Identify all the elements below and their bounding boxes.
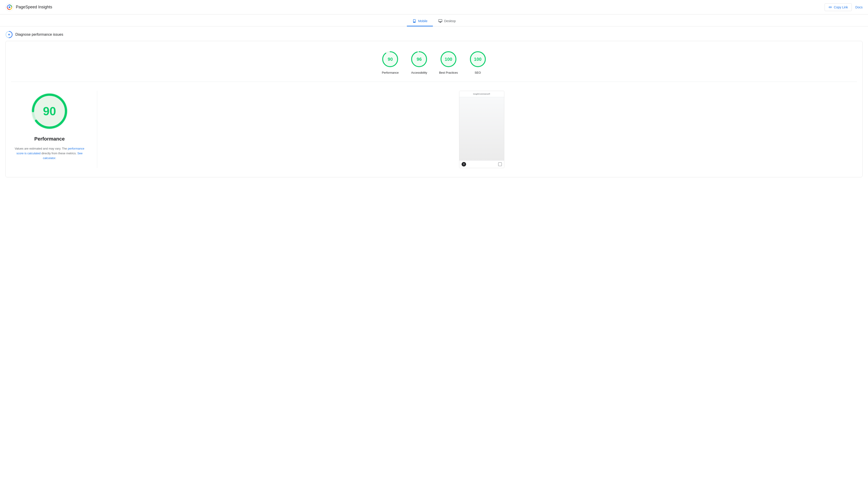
performance-detail: 90 Performance Values are estimated and … — [11, 87, 857, 172]
screenshot-brand: GraphCommerce® — [473, 93, 490, 95]
tab-desktop[interactable]: Desktop — [433, 16, 461, 26]
score-label-best-practices: Best Practices — [439, 71, 458, 74]
diagnose-section: Diagnose performance issues — [0, 26, 868, 41]
score-label-performance: Performance — [382, 71, 399, 74]
header: PageSpeed Insights Copy Link Docs — [0, 0, 868, 14]
header-right: Copy Link Docs — [825, 3, 863, 11]
score-number-best-practices: 100 — [445, 57, 452, 62]
main-card: 90 Performance 96 Accessibility — [5, 41, 863, 177]
scores-row: 90 Performance 96 Accessibility — [11, 46, 857, 80]
screenshot-container: GraphCommerce® ☰ — [106, 91, 857, 168]
score-circle-accessibility: 96 — [410, 50, 428, 68]
score-number-performance: 90 — [388, 57, 393, 62]
link-icon — [829, 5, 832, 9]
score-label-accessibility: Accessibility — [411, 71, 427, 74]
performance-description: Values are estimated and may vary. The p… — [11, 147, 88, 160]
svg-point-2 — [9, 4, 10, 5]
screenshot-body — [459, 97, 504, 160]
large-score-number: 90 — [43, 104, 56, 118]
screenshot-header: GraphCommerce® — [459, 91, 504, 97]
perf-desc-prefix: Values are estimated and may vary. The — [15, 147, 67, 150]
score-label-seo: SEO — [475, 71, 481, 74]
docs-link[interactable]: Docs — [855, 5, 863, 9]
perf-left: 90 Performance Values are estimated and … — [11, 91, 88, 160]
copy-link-button[interactable]: Copy Link — [825, 3, 852, 11]
perf-desc-middle-text: directly from these metrics. — [41, 152, 76, 155]
tab-desktop-label: Desktop — [444, 19, 456, 23]
large-score-circle: 90 — [29, 91, 70, 131]
mobile-icon — [412, 19, 416, 23]
section-divider — [11, 82, 857, 82]
header-left: PageSpeed Insights — [5, 3, 52, 11]
score-item-performance[interactable]: 90 Performance — [381, 50, 399, 74]
screenshot-frame: GraphCommerce® ☰ — [459, 91, 504, 168]
score-number-seo: 100 — [474, 57, 482, 62]
score-circle-performance: 90 — [381, 50, 399, 68]
diagnose-title: Diagnose performance issues — [16, 33, 63, 37]
tab-mobile[interactable]: Mobile — [407, 16, 433, 26]
screenshot-footer: ☰ — [459, 160, 504, 168]
diagnose-icon — [5, 31, 13, 38]
score-circle-best-practices: 100 — [439, 50, 458, 68]
screenshot-menu-button: ☰ — [462, 162, 466, 166]
score-circle-seo: 100 — [469, 50, 487, 68]
score-item-accessibility[interactable]: 96 Accessibility — [410, 50, 428, 74]
performance-title: Performance — [34, 136, 65, 142]
desktop-icon — [438, 19, 442, 23]
svg-point-6 — [8, 34, 10, 35]
tab-mobile-label: Mobile — [418, 19, 428, 23]
pagespeed-logo — [5, 3, 13, 11]
tab-bar: Mobile Desktop — [0, 14, 868, 26]
svg-point-1 — [8, 6, 10, 8]
score-number-accessibility: 96 — [416, 57, 422, 62]
score-item-seo[interactable]: 100 SEO — [469, 50, 487, 74]
screenshot-home-button — [498, 162, 502, 166]
app-title: PageSpeed Insights — [16, 5, 52, 9]
score-item-best-practices[interactable]: 100 Best Practices — [439, 50, 458, 74]
copy-link-label: Copy Link — [834, 5, 848, 9]
